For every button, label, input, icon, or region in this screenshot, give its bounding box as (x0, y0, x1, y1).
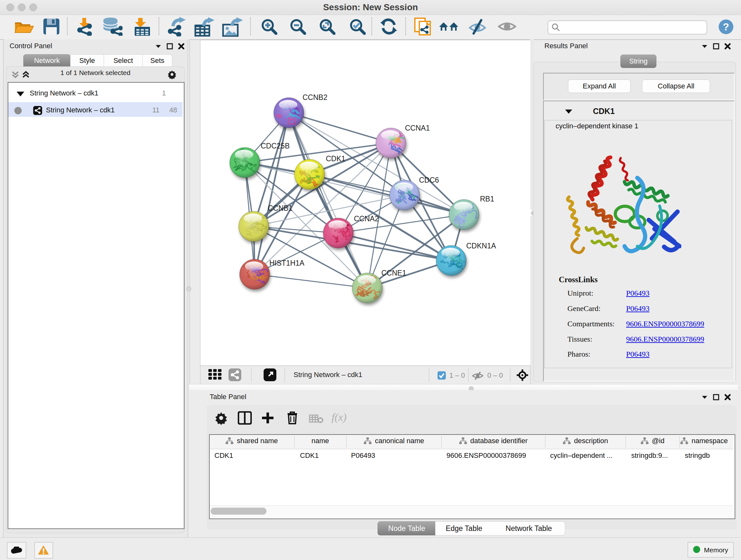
svg-text:CDK1: CDK1 (326, 154, 345, 163)
svg-text:CCNB1: CCNB1 (268, 204, 293, 212)
svg-text:CDC6: CDC6 (419, 176, 439, 184)
svg-text:RB1: RB1 (480, 195, 494, 203)
svg-text:HIST1H1A: HIST1H1A (269, 259, 305, 267)
svg-text:CCNA2: CCNA2 (354, 214, 379, 223)
svg-text:CCNA1: CCNA1 (405, 124, 430, 132)
svg-text:CCNE1: CCNE1 (381, 269, 406, 277)
svg-text:CDC25B: CDC25B (261, 142, 290, 150)
svg-text:CDKN1A: CDKN1A (466, 242, 496, 250)
svg-text:CCNB2: CCNB2 (302, 93, 327, 102)
